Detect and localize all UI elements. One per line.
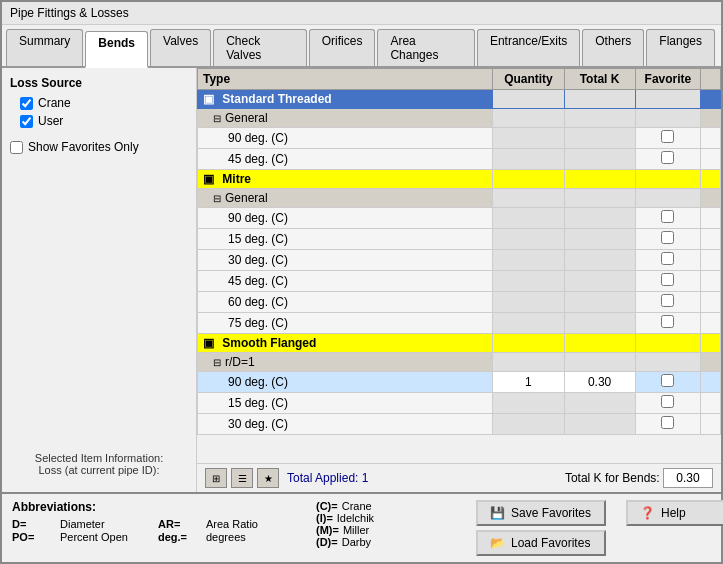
help-button[interactable]: ❓ Help (626, 500, 723, 526)
qty-cell[interactable] (493, 229, 564, 250)
qty-cell (493, 334, 564, 353)
type-cell[interactable]: 15 deg. (C) (198, 229, 493, 250)
icon-star[interactable]: ★ (257, 468, 279, 488)
favorite-checkbox[interactable] (661, 294, 674, 307)
qty-cell[interactable] (493, 208, 564, 229)
legend-code: (I)= (316, 512, 333, 524)
qty-cell[interactable] (493, 271, 564, 292)
type-cell[interactable]: 75 deg. (C) (198, 313, 493, 334)
table-row: ▣ Smooth Flanged (198, 334, 721, 353)
fav-cell (635, 189, 701, 208)
qty-cell[interactable]: 1 (493, 372, 564, 393)
type-cell[interactable]: 90 deg. (C) (198, 372, 493, 393)
show-favorites-row: Show Favorites Only (10, 140, 188, 154)
fav-cell (635, 229, 701, 250)
table-icon: ▣ (203, 172, 215, 184)
qty-cell[interactable] (493, 250, 564, 271)
type-cell: ▣ Standard Threaded (198, 90, 493, 109)
qty-cell[interactable] (493, 313, 564, 334)
icon-list[interactable]: ☰ (231, 468, 253, 488)
abbr-value: Percent Open (60, 531, 150, 543)
tab-orifices[interactable]: Orifices (309, 29, 376, 66)
favorite-checkbox[interactable] (661, 252, 674, 265)
scroll-cell (701, 292, 721, 313)
type-cell[interactable]: 90 deg. (C) (198, 128, 493, 149)
total-k-value: 0.30 (663, 468, 713, 488)
tab-others[interactable]: Others (582, 29, 644, 66)
totalk-cell (564, 149, 635, 170)
category-label: Standard Threaded (222, 92, 331, 106)
tab-bends[interactable]: Bends (85, 31, 148, 68)
type-cell[interactable]: 90 deg. (C) (198, 208, 493, 229)
tab-valves[interactable]: Valves (150, 29, 211, 66)
fav-cell (635, 109, 701, 128)
expand-icon[interactable]: ⊟ (213, 193, 221, 204)
type-cell[interactable]: 30 deg. (C) (198, 250, 493, 271)
save-icon: 💾 (490, 506, 505, 520)
favorite-checkbox[interactable] (661, 395, 674, 408)
qty-cell[interactable] (493, 414, 564, 435)
selected-info-line2: Loss (at current pipe ID): (10, 464, 188, 476)
total-k-section: Total K for Bends: 0.30 (565, 468, 713, 488)
bends-table: Type Quantity Total K Favorite (197, 68, 721, 435)
qty-cell[interactable] (493, 128, 564, 149)
scroll-cell (701, 189, 721, 208)
table-row: ⊟r/D=1 (198, 353, 721, 372)
main-area: Loss Source Crane User Show Favorites On… (2, 68, 721, 492)
type-cell[interactable]: 15 deg. (C) (198, 393, 493, 414)
user-checkbox[interactable] (20, 115, 33, 128)
scroll-cell (701, 90, 721, 109)
favorite-checkbox[interactable] (661, 151, 674, 164)
type-cell[interactable]: 45 deg. (C) (198, 271, 493, 292)
tab-area-changes[interactable]: Area Changes (377, 29, 475, 66)
type-cell[interactable]: 45 deg. (C) (198, 149, 493, 170)
tab-summary[interactable]: Summary (6, 29, 83, 66)
legend-code: (C)= (316, 500, 338, 512)
action-buttons: 💾 Save Favorites 📂 Load Favorites (476, 500, 606, 556)
icon-grid[interactable]: ⊞ (205, 468, 227, 488)
totalk-cell (564, 313, 635, 334)
legend-item: (D)= Darby (316, 536, 456, 548)
expand-icon[interactable]: ⊟ (213, 113, 221, 124)
favorite-checkbox[interactable] (661, 374, 674, 387)
tab-flanges[interactable]: Flanges (646, 29, 715, 66)
totalk-cell (564, 90, 635, 109)
favorite-checkbox[interactable] (661, 273, 674, 286)
total-applied-value: 1 (362, 471, 369, 485)
qty-cell[interactable] (493, 393, 564, 414)
table-scroll[interactable]: Type Quantity Total K Favorite (197, 68, 721, 463)
type-cell[interactable]: 60 deg. (C) (198, 292, 493, 313)
favorite-checkbox[interactable] (661, 416, 674, 429)
total-k-label: Total K for Bends: (565, 471, 660, 485)
fav-cell (635, 208, 701, 229)
table-row: 30 deg. (C) (198, 250, 721, 271)
favorite-checkbox[interactable] (661, 231, 674, 244)
show-favorites-checkbox[interactable] (10, 141, 23, 154)
tab-check-valves[interactable]: Check Valves (213, 29, 307, 66)
favorite-checkbox[interactable] (661, 210, 674, 223)
qty-cell (493, 353, 564, 372)
qty-cell[interactable] (493, 292, 564, 313)
abbr-key: deg.= (158, 531, 198, 543)
type-cell[interactable]: 30 deg. (C) (198, 414, 493, 435)
totalk-cell (564, 414, 635, 435)
table-row: ▣ Standard Threaded (198, 90, 721, 109)
qty-cell (493, 109, 564, 128)
load-favorites-label: Load Favorites (511, 536, 590, 550)
favorite-checkbox[interactable] (661, 130, 674, 143)
table-icon: ▣ (203, 336, 215, 348)
type-cell: ▣ Smooth Flanged (198, 334, 493, 353)
help-label: Help (661, 506, 686, 520)
load-favorites-button[interactable]: 📂 Load Favorites (476, 530, 606, 556)
expand-icon[interactable]: ⊟ (213, 357, 221, 368)
right-panel: Type Quantity Total K Favorite (197, 68, 721, 492)
crane-checkbox-row: Crane (20, 96, 188, 110)
tab-entrance-exits[interactable]: Entrance/Exits (477, 29, 580, 66)
favorite-checkbox[interactable] (661, 315, 674, 328)
fav-cell (635, 334, 701, 353)
loss-source-label: Loss Source (10, 76, 188, 90)
table-row: ⊟General (198, 189, 721, 208)
qty-cell[interactable] (493, 149, 564, 170)
crane-checkbox[interactable] (20, 97, 33, 110)
save-favorites-button[interactable]: 💾 Save Favorites (476, 500, 606, 526)
